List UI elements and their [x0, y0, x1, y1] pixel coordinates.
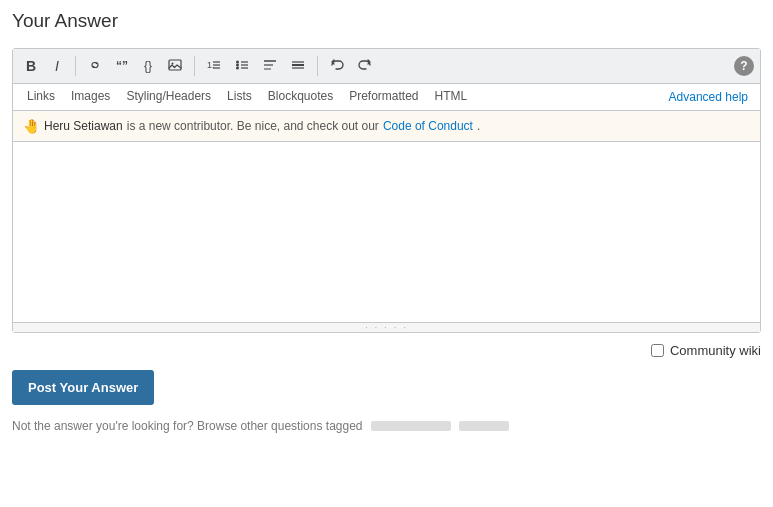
- heading-icon: [263, 58, 277, 75]
- toolbar-menu: Links Images Styling/Headers Lists Block…: [13, 84, 760, 111]
- help-button[interactable]: ?: [734, 56, 754, 76]
- rule-button[interactable]: [285, 53, 311, 79]
- italic-button[interactable]: I: [45, 53, 69, 79]
- menu-item-lists[interactable]: Lists: [219, 84, 260, 110]
- code-button[interactable]: {}: [136, 53, 160, 79]
- svg-point-1: [172, 62, 174, 64]
- svg-point-8: [236, 66, 239, 69]
- menu-item-preformatted[interactable]: Preformatted: [341, 84, 426, 110]
- editor-area[interactable]: [13, 142, 760, 322]
- community-wiki-label[interactable]: Community wiki: [670, 343, 761, 358]
- contributor-message-prefix: is a new contributor. Be nice, and check…: [127, 119, 379, 133]
- menu-item-links[interactable]: Links: [19, 84, 63, 110]
- toolbar: B I “” {}: [13, 49, 760, 84]
- image-button[interactable]: [162, 53, 188, 79]
- contributor-bar: 🤚 Heru Setiawan is a new contributor. Be…: [13, 111, 760, 142]
- bottom-placeholder-2: [459, 421, 509, 431]
- image-icon: [168, 58, 182, 75]
- menu-item-html[interactable]: HTML: [427, 84, 476, 110]
- hand-emoji: 🤚: [23, 118, 40, 134]
- bottom-text: Not the answer you're looking for? Brows…: [12, 419, 363, 433]
- unordered-list-button[interactable]: [229, 53, 255, 79]
- unordered-list-icon: [235, 58, 249, 75]
- heading-button[interactable]: [257, 53, 283, 79]
- contributor-name: Heru Setiawan: [44, 119, 123, 133]
- blockquote-button[interactable]: “”: [110, 53, 134, 79]
- svg-point-7: [236, 63, 239, 66]
- bold-icon: B: [26, 58, 36, 74]
- redo-icon: [358, 58, 372, 75]
- separator-3: [317, 56, 318, 76]
- resize-handle[interactable]: · · · · ·: [13, 322, 760, 332]
- separator-1: [75, 56, 76, 76]
- post-answer-button[interactable]: Post Your Answer: [12, 370, 154, 405]
- menu-item-styling-headers[interactable]: Styling/Headers: [118, 84, 219, 110]
- svg-point-6: [236, 60, 239, 63]
- rule-icon: [291, 58, 305, 75]
- help-icon: ?: [740, 59, 747, 73]
- ordered-list-icon: 1.: [207, 58, 221, 75]
- contributor-message-suffix: .: [477, 119, 480, 133]
- advanced-help-link[interactable]: Advanced help: [663, 85, 754, 109]
- bold-button[interactable]: B: [19, 53, 43, 79]
- undo-button[interactable]: [324, 53, 350, 79]
- redo-button[interactable]: [352, 53, 378, 79]
- italic-icon: I: [55, 58, 59, 74]
- menu-item-images[interactable]: Images: [63, 84, 118, 110]
- resize-dots: · · · · ·: [365, 322, 408, 333]
- blockquote-icon: “”: [116, 59, 128, 73]
- editor-wrapper: B I “” {}: [12, 48, 761, 333]
- page-title: Your Answer: [12, 10, 761, 38]
- menu-item-blockquotes[interactable]: Blockquotes: [260, 84, 341, 110]
- svg-rect-0: [169, 60, 181, 70]
- community-wiki-checkbox[interactable]: [651, 344, 664, 357]
- coc-link[interactable]: Code of Conduct: [383, 119, 473, 133]
- community-wiki-row: Community wiki: [12, 343, 761, 358]
- ordered-list-button[interactable]: 1.: [201, 53, 227, 79]
- link-icon: [88, 58, 102, 75]
- undo-icon: [330, 58, 344, 75]
- separator-2: [194, 56, 195, 76]
- code-icon: {}: [144, 59, 152, 73]
- bottom-placeholder-1: [371, 421, 451, 431]
- link-button[interactable]: [82, 53, 108, 79]
- bottom-text-row: Not the answer you're looking for? Brows…: [12, 419, 761, 433]
